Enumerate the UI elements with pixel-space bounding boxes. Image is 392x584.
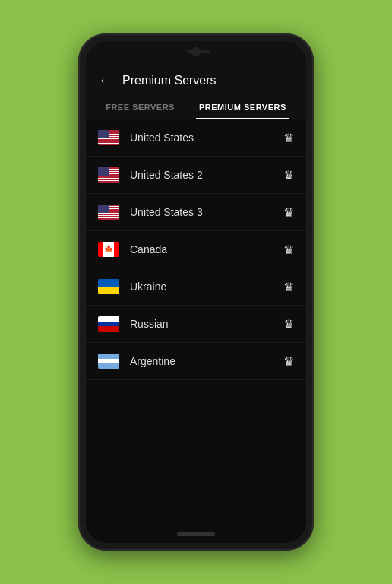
header-top: ← Premium Servers bbox=[98, 71, 294, 89]
flag-us1 bbox=[98, 130, 119, 145]
phone-frame: ← Premium Servers FREE SERVERS PREMIUM S… bbox=[78, 33, 314, 551]
crown-icon-us1: ♛ bbox=[283, 131, 294, 145]
back-button[interactable]: ← bbox=[98, 71, 113, 89]
home-bar bbox=[177, 532, 215, 536]
tab-free-servers[interactable]: FREE SERVERS bbox=[103, 97, 178, 119]
crown-icon-us3: ♛ bbox=[283, 205, 294, 220]
server-item-ca[interactable]: Canada ♛ bbox=[86, 231, 306, 268]
server-name-ar: Argentine bbox=[130, 355, 283, 367]
server-item-us2[interactable]: United States 2 ♛ bbox=[86, 157, 306, 194]
server-list: United States ♛ United States 2 ♛ United… bbox=[86, 119, 306, 525]
crown-icon-ca: ♛ bbox=[283, 243, 294, 257]
flag-ar bbox=[98, 354, 119, 369]
home-indicator bbox=[86, 525, 306, 543]
flag-us2 bbox=[98, 167, 119, 182]
server-item-us1[interactable]: United States ♛ bbox=[86, 119, 306, 157]
crown-icon-ua: ♛ bbox=[283, 280, 294, 294]
crown-icon-ar: ♛ bbox=[283, 354, 294, 369]
status-bar bbox=[86, 41, 306, 62]
server-name-us3: United States 3 bbox=[130, 206, 283, 218]
server-name-ru: Russian bbox=[130, 318, 283, 330]
server-item-ua[interactable]: Ukraine ♛ bbox=[86, 268, 306, 306]
server-name-ua: Ukraine bbox=[130, 281, 283, 293]
crown-icon-ru: ♛ bbox=[283, 317, 294, 332]
server-name-ca: Canada bbox=[130, 243, 283, 256]
server-item-us3[interactable]: United States 3 ♛ bbox=[86, 194, 306, 231]
crown-icon-us2: ♛ bbox=[283, 168, 294, 182]
camera bbox=[191, 47, 201, 56]
app-header: ← Premium Servers FREE SERVERS PREMIUM S… bbox=[86, 62, 306, 119]
flag-us3 bbox=[98, 205, 119, 220]
tab-premium-servers[interactable]: PREMIUM SERVERS bbox=[196, 97, 289, 119]
server-name-us1: United States bbox=[130, 132, 283, 144]
server-item-ar[interactable]: Argentine ♛ bbox=[86, 343, 306, 380]
server-name-us2: United States 2 bbox=[130, 169, 283, 181]
server-item-ru[interactable]: Russian ♛ bbox=[86, 306, 306, 343]
tab-bar: FREE SERVERS PREMIUM SERVERS bbox=[98, 97, 294, 119]
flag-ua bbox=[98, 279, 119, 294]
flag-ru bbox=[98, 316, 119, 332]
page-title: Premium Servers bbox=[122, 74, 217, 87]
phone-screen: ← Premium Servers FREE SERVERS PREMIUM S… bbox=[86, 41, 306, 543]
flag-ca bbox=[98, 242, 119, 257]
app-screen: ← Premium Servers FREE SERVERS PREMIUM S… bbox=[86, 62, 306, 525]
